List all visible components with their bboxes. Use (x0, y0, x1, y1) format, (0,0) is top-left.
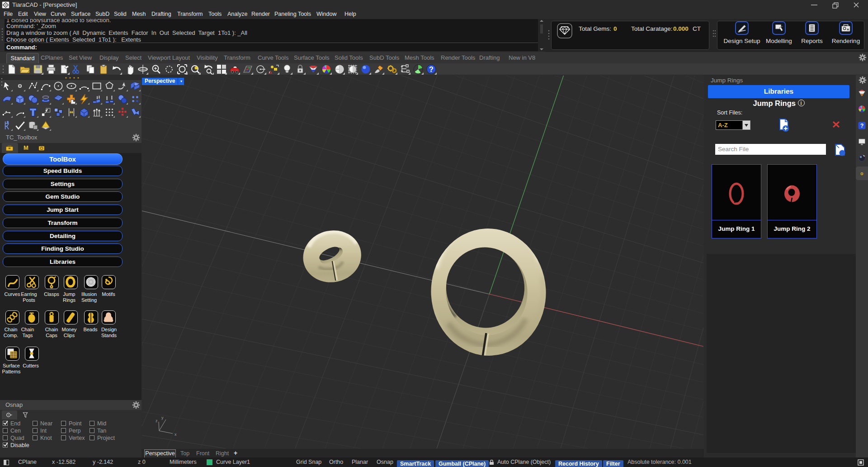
svg-text:?: ? (860, 123, 863, 129)
svg-text:x: x (175, 432, 177, 437)
svg-text:y: y (161, 415, 164, 420)
svg-text:o: o (860, 171, 863, 176)
svg-text:?: ? (429, 66, 434, 73)
svg-text:z: z (156, 419, 158, 423)
